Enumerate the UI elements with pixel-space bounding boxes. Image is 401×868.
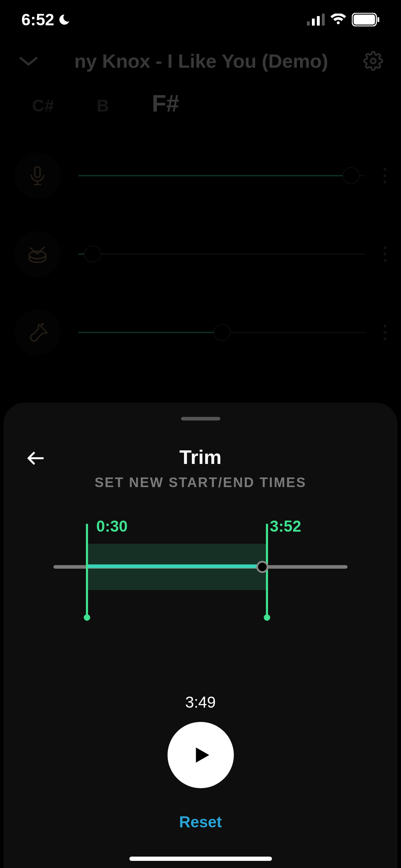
- more-dots-icon: [383, 168, 387, 184]
- more-dots-icon: [383, 325, 387, 340]
- chevron-down-icon: [18, 54, 39, 68]
- status-time: 6:52: [21, 10, 54, 29]
- svg-rect-5: [354, 15, 375, 25]
- key-chord-3-active: F#: [152, 90, 179, 117]
- mic-icon: [14, 153, 61, 199]
- trim-end-handle-tail[interactable]: [266, 590, 268, 621]
- gear-icon: [363, 51, 383, 71]
- playhead[interactable]: [256, 561, 268, 573]
- wifi-icon: [330, 14, 347, 26]
- svg-rect-3: [322, 14, 325, 26]
- status-right-group: [307, 13, 380, 26]
- key-chord-2: B: [97, 96, 109, 115]
- arrow-left-icon: [25, 448, 46, 469]
- trim-sheet: Trim SET NEW START/END TIMES 0:30 3:52 3…: [4, 403, 397, 868]
- play-button[interactable]: [168, 722, 234, 788]
- reset-button[interactable]: Reset: [4, 813, 397, 831]
- sheet-title: Trim: [4, 445, 397, 469]
- svg-rect-8: [35, 167, 40, 177]
- trim-end-handle[interactable]: [266, 524, 268, 544]
- trim-selected-region[interactable]: [86, 544, 268, 590]
- trim-start-handle-tail[interactable]: [86, 590, 88, 621]
- key-chord-1: C#: [32, 96, 54, 115]
- svg-rect-0: [307, 21, 310, 26]
- trim-end-time: 3:52: [270, 517, 301, 535]
- guitar-icon: [14, 309, 61, 356]
- drums-slider: [78, 253, 365, 255]
- svg-rect-6: [377, 17, 379, 22]
- cellular-signal-icon: [307, 14, 325, 26]
- status-time-group: 6:52: [21, 10, 71, 29]
- svg-point-9: [29, 251, 46, 259]
- vocals-slider: [78, 175, 365, 176]
- do-not-disturb-icon: [58, 13, 71, 26]
- trim-timeline[interactable]: 0:30 3:52: [53, 522, 348, 615]
- trim-start-time: 0:30: [96, 517, 128, 535]
- status-bar: 6:52: [0, 0, 401, 39]
- background-dimmed-content: ny Knox - I Like You (Demo) C# B F#: [0, 39, 401, 396]
- svg-rect-2: [317, 16, 320, 26]
- play-icon: [189, 744, 212, 766]
- battery-icon: [352, 13, 380, 26]
- song-title: ny Knox - I Like You (Demo): [39, 50, 363, 72]
- more-dots-icon: [383, 246, 387, 262]
- svg-point-7: [371, 58, 376, 63]
- trim-start-handle[interactable]: [86, 524, 88, 544]
- sheet-subtitle: SET NEW START/END TIMES: [4, 475, 397, 490]
- guitar-slider: [78, 332, 365, 333]
- svg-rect-1: [312, 19, 315, 26]
- back-button[interactable]: [25, 448, 46, 469]
- sheet-grabber[interactable]: [181, 417, 220, 420]
- current-play-time: 3:49: [4, 693, 397, 711]
- home-indicator[interactable]: [129, 857, 272, 861]
- drum-icon: [14, 231, 61, 277]
